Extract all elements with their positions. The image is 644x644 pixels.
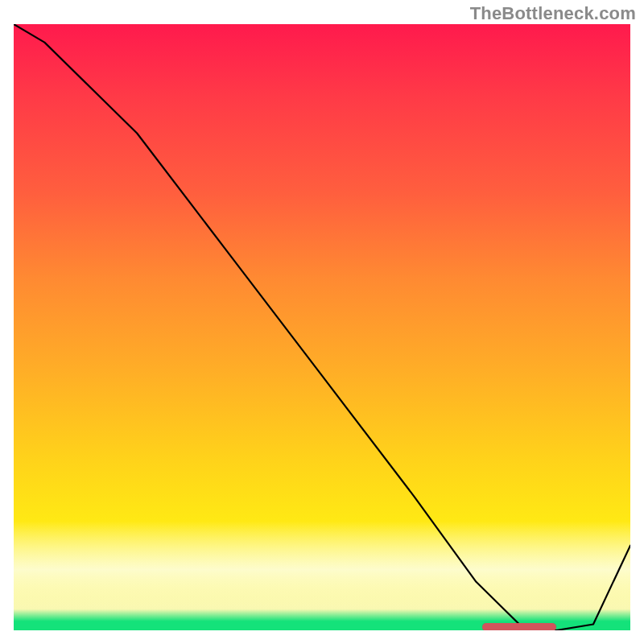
- attribution-text: TheBottleneck.com: [470, 3, 636, 24]
- bottleneck-curve: [14, 24, 630, 630]
- curve-path: [14, 24, 630, 630]
- optimal-range-marker: [482, 623, 556, 630]
- plot-area: [14, 24, 630, 630]
- chart-canvas: TheBottleneck.com: [0, 0, 644, 644]
